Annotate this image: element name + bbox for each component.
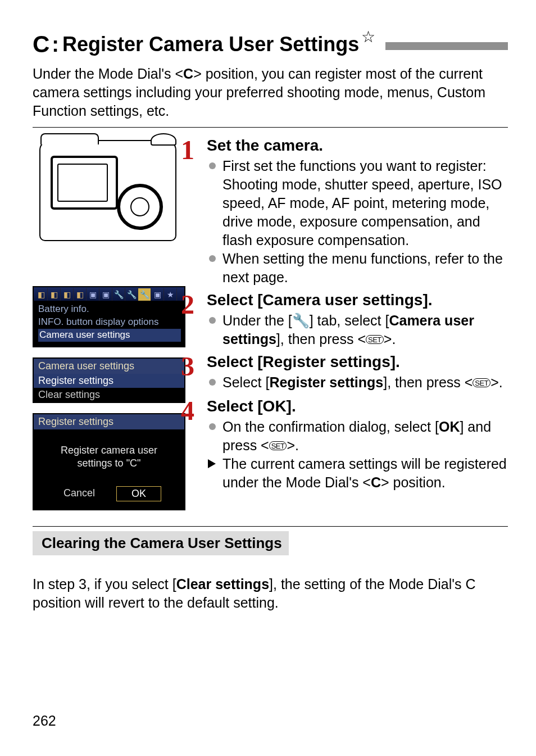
step-3: 3 Select [Register settings]. Select [Re…	[190, 353, 508, 392]
menu-tab-wrench-icon: 🔧	[112, 288, 125, 301]
text: On the confirmation dialog, select [	[222, 419, 439, 434]
step-1: 1 Set the camera. First set the function…	[190, 137, 508, 287]
menu-tab-wrench-active-icon: 🔧	[138, 288, 151, 301]
menu-tab-icon: ▣	[99, 288, 112, 301]
clearing-section: Clearing the Camera User Settings In ste…	[33, 526, 508, 613]
title-colon: :	[52, 33, 59, 57]
c-glyph: C	[371, 474, 381, 490]
clearing-heading: Clearing the Camera User Settings	[33, 531, 289, 555]
camera-lens-icon	[117, 184, 163, 230]
title-c-glyph: C	[33, 31, 49, 58]
dialog-cancel-button: Cancel	[57, 486, 102, 501]
step-number-4: 4	[181, 397, 194, 424]
menu-screenshot-setup: ◧ ◧ ◧ ◧ ▣ ▣ 🔧 🔧 🔧 ▣ ★ Battery info. INFO…	[33, 286, 185, 347]
title-bar-decor	[385, 42, 508, 50]
step-3-bullet-1: Select [Register settings], then press <…	[207, 373, 508, 392]
menu-tabs: ◧ ◧ ◧ ◧ ▣ ▣ 🔧 🔧 🔧 ▣ ★	[34, 287, 184, 301]
dialog-msg-line2: settings to "C"	[78, 458, 141, 469]
text: >.	[287, 437, 299, 453]
intro-pre: Under the Mode Dial's <	[33, 66, 183, 82]
text: In step 3, if you select [	[33, 576, 176, 592]
menu-tab-icon: ▣	[87, 288, 99, 301]
page-title: Register Camera User Settings	[62, 33, 359, 56]
page-number: 262	[33, 713, 56, 729]
text: ], then press <	[276, 331, 366, 347]
text: Under the [	[222, 313, 292, 328]
menu-items-list: Battery info. INFO. button display optio…	[34, 301, 184, 346]
menu-tab-icon: ◧	[35, 288, 48, 301]
step-number-1: 1	[181, 137, 194, 164]
submenu-row-selected: Register settings	[34, 374, 184, 388]
dialog-msg-line1: Register camera user	[61, 445, 157, 456]
camera-dial-icon	[151, 133, 176, 146]
text: Select [	[222, 374, 269, 390]
step-number-2: 2	[181, 291, 194, 318]
set-button-icon: SET	[366, 335, 384, 344]
step-2-bullet-1: Under the [🔧] tab, select [Camera user s…	[207, 311, 508, 348]
step-1-bullet-2: When setting the menu functions, refer t…	[207, 250, 508, 287]
submenu-title: Camera user settings	[34, 359, 184, 374]
submenu-screenshot: Camera user settings Register settings C…	[33, 357, 185, 403]
step-2-heading: Select [Camera user settings].	[207, 291, 508, 309]
dialog-ok-button: OK	[116, 486, 161, 501]
text: The current camera settings will be regi…	[222, 456, 507, 490]
title-star-icon: ☆	[361, 28, 375, 46]
submenu-row: Clear settings	[34, 388, 184, 402]
clearing-body: In step 3, if you select [Clear settings…	[33, 575, 508, 613]
menu-tab-icon: ▣	[151, 288, 164, 301]
menu-item: Battery info.	[38, 303, 181, 316]
step-4-bullet-2: The current camera settings will be regi…	[207, 455, 508, 492]
page-title-row: C: Register Camera User Settings ☆	[33, 31, 508, 58]
menu-item-highlighted: Camera user settings	[38, 329, 181, 342]
menu-tab-wrench-icon: 🔧	[125, 288, 138, 301]
bold-text: Register settings	[269, 374, 383, 390]
menu-tab-star-icon: ★	[164, 288, 177, 301]
dialog-title: Register settings	[34, 414, 184, 429]
menu-tab-icon: ◧	[48, 288, 61, 301]
menu-item: INFO. button display options	[38, 316, 181, 329]
step-1-bullet-1: First set the functions you want to regi…	[207, 157, 508, 250]
bold-text: Clear settings	[176, 576, 269, 592]
divider	[33, 127, 508, 128]
dialog-message: Register camera user settings to "C"	[34, 429, 184, 486]
step-4: 4 Select [OK]. On the confirmation dialo…	[190, 397, 508, 492]
confirm-dialog-screenshot: Register settings Register camera user s…	[33, 413, 185, 510]
intro-paragraph: Under the Mode Dial's <C> position, you …	[33, 65, 508, 120]
step-4-heading: Select [OK].	[207, 397, 508, 415]
step-1-heading: Set the camera.	[207, 137, 508, 155]
text: >.	[384, 331, 396, 347]
text: > position.	[381, 474, 446, 490]
bold-text: OK	[439, 419, 460, 434]
camera-illustration	[39, 140, 176, 241]
set-button-icon: SET	[269, 441, 287, 450]
camera-screen-icon	[51, 156, 118, 210]
step-2: 2 Select [Camera user settings]. Under t…	[190, 291, 508, 348]
text: ], then press <	[383, 374, 473, 390]
intro-c-glyph: C	[183, 66, 193, 82]
step-4-bullet-1: On the confirmation dialog, select [OK] …	[207, 418, 508, 455]
step-3-heading: Select [Register settings].	[207, 353, 508, 371]
step-number-3: 3	[181, 353, 194, 380]
text: >.	[490, 374, 503, 390]
menu-tab-icon: ◧	[61, 288, 74, 301]
wrench-icon: 🔧	[292, 313, 310, 328]
menu-tab-icon: ◧	[74, 288, 87, 301]
set-button-icon: SET	[473, 378, 490, 387]
text: ] tab, select [	[310, 313, 389, 328]
